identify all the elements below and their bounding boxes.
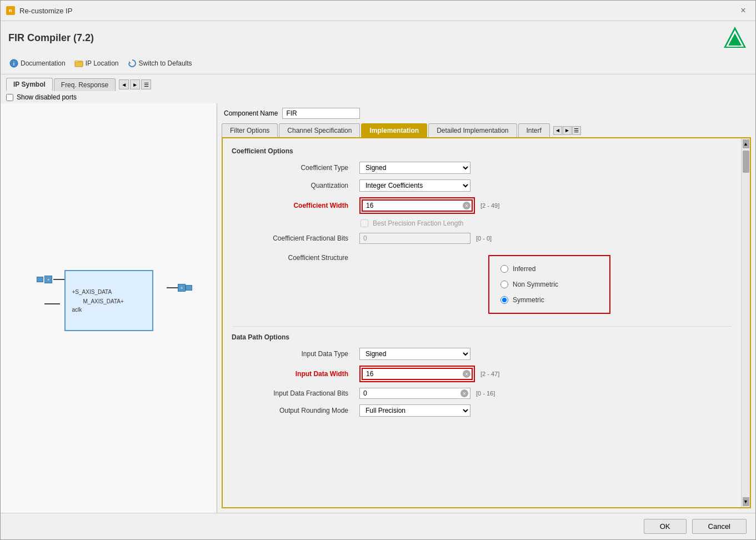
inner-tab-list[interactable]: ☰	[572, 126, 581, 135]
documentation-icon: i	[9, 59, 18, 68]
svg-text:i: i	[13, 61, 15, 67]
tab-channel-specification[interactable]: Channel Specification	[279, 123, 360, 137]
inner-tab-nav: ◄ ► ☰	[553, 126, 581, 135]
radio-symmetric: Symmetric	[500, 296, 598, 304]
xilinx-logo	[723, 26, 748, 51]
coeff-frac-row: Coefficient Fractional Bits [0 - 0]	[232, 233, 732, 244]
svg-text:+: +	[47, 277, 49, 282]
quantization-label: Quantization	[232, 182, 354, 189]
left-panel: + +S_AXIS_DATA	[1, 103, 217, 513]
input-data-width-row: Input Data Width × [2 - 47]	[232, 366, 732, 382]
input-data-type-label: Input Data Type	[232, 350, 354, 358]
data-path-title: Data Path Options	[232, 333, 732, 341]
radio-inferred-input[interactable]	[500, 265, 508, 273]
left-tabs-row: IP Symbol Freq. Response ◄ ► ☰	[1, 74, 755, 91]
inner-tabs: Filter Options Channel Specification Imp…	[222, 123, 751, 138]
switch-defaults-button[interactable]: Switch to Defaults	[124, 57, 196, 69]
input-data-width-clear-btn[interactable]: ×	[463, 370, 470, 378]
coeff-width-input[interactable]	[362, 199, 473, 212]
coeff-frac-range: [0 - 0]	[476, 235, 492, 242]
ip-symbol-diagram: + +S_AXIS_DATA	[37, 270, 181, 337]
quantization-select[interactable]: Integer Coefficients Quantize Only	[359, 179, 470, 192]
input-frac-input[interactable]	[359, 388, 470, 399]
tab-filter-options[interactable]: Filter Options	[222, 123, 278, 137]
inner-tab-next[interactable]: ►	[563, 126, 572, 135]
tab-ip-symbol[interactable]: IP Symbol	[6, 78, 53, 91]
ip-location-button[interactable]: IP Location	[71, 57, 122, 69]
inner-tab-prev[interactable]: ◄	[553, 126, 562, 135]
tab-freq-response[interactable]: Freq. Response	[54, 78, 116, 91]
component-name-label: Component Name	[224, 109, 278, 117]
coeff-width-input-wrapper: ×	[362, 199, 473, 212]
ok-button[interactable]: OK	[644, 519, 687, 534]
radio-inferred-label: Inferred	[513, 265, 535, 273]
coeff-frac-label: Coefficient Fractional Bits	[232, 234, 354, 242]
coeff-structure-label: Coefficient Structure	[232, 254, 354, 262]
best-precision-checkbox[interactable]	[361, 219, 368, 227]
coeff-type-select[interactable]: Signed Unsigned	[359, 162, 470, 174]
tab-content-wrapper: Coefficient Options Coefficient Type Sig…	[222, 138, 751, 508]
svg-text:+: +	[180, 286, 183, 291]
coeff-width-label: Coefficient Width	[232, 202, 354, 209]
coeff-structure-box: Inferred Non Symmetric Symmetric	[488, 255, 610, 314]
right-panel: Component Name Filter Options Channel Sp…	[217, 103, 755, 513]
coeff-width-clear-btn[interactable]: ×	[463, 202, 470, 209]
footer: OK Cancel	[1, 513, 755, 539]
title-bar-left: R Re-customize IP	[6, 6, 72, 15]
input-data-width-wrapper: ×	[362, 368, 473, 380]
input-frac-label: Input Data Fractional Bits	[232, 389, 354, 397]
app-icon: R	[6, 6, 15, 15]
best-precision-label: Best Precision Fraction Length	[373, 219, 463, 227]
main-dialog: R Re-customize IP × FIR Compiler (7.2) i…	[0, 0, 756, 540]
input-data-width-range: [2 - 47]	[480, 371, 499, 377]
radio-non-symmetric: Non Symmetric	[500, 281, 598, 288]
input-data-type-select[interactable]: Signed Unsigned	[359, 348, 470, 360]
tab-implementation[interactable]: Implementation	[361, 123, 427, 137]
tab-list-button[interactable]: ☰	[141, 79, 151, 89]
title-bar: R Re-customize IP ×	[1, 1, 755, 21]
scrollbar[interactable]: ▲ ▼	[741, 138, 750, 507]
tab-nav: ◄ ► ☰	[119, 79, 151, 89]
input-frac-row: Input Data Fractional Bits × [0 - 16]	[232, 388, 732, 399]
input-data-type-row: Input Data Type Signed Unsigned	[232, 348, 732, 360]
radio-symmetric-input[interactable]	[500, 296, 508, 304]
component-name-row: Component Name	[222, 108, 751, 123]
cancel-button[interactable]: Cancel	[692, 519, 747, 534]
tab-prev-button[interactable]: ◄	[119, 79, 129, 89]
tab-interf[interactable]: Interf	[518, 123, 550, 137]
app-title-text: FIR Compiler (7.2)	[8, 32, 94, 44]
tab-content-inner: Coefficient Options Coefficient Type Sig…	[223, 138, 741, 507]
coeff-structure-section: Coefficient Structure Inferred Non Symme…	[232, 249, 732, 319]
output-rounding-label: Output Rounding Mode	[232, 407, 354, 414]
radio-non-symmetric-input[interactable]	[500, 281, 508, 288]
coeff-width-range: [2 - 49]	[480, 202, 499, 209]
section-divider	[232, 326, 732, 327]
window-title: Re-customize IP	[19, 7, 72, 15]
component-name-input[interactable]	[282, 108, 360, 119]
best-precision-row: Best Precision Fraction Length	[232, 219, 732, 227]
folder-icon	[74, 59, 83, 68]
coeff-type-label: Coefficient Type	[232, 164, 354, 172]
ip-block: +S_AXIS_DATA M_AXIS_DATA+ aclk	[64, 270, 153, 331]
aclk-label: aclk	[72, 307, 82, 313]
output-rounding-select[interactable]: Full Precision Truncate Non-Symmetric	[359, 404, 470, 417]
documentation-button[interactable]: i Documentation	[6, 57, 69, 69]
ip-location-label: IP Location	[86, 59, 119, 67]
radio-non-symmetric-label: Non Symmetric	[513, 281, 558, 288]
scroll-thumb[interactable]	[743, 151, 749, 173]
tab-detailed-implementation[interactable]: Detailed Implementation	[428, 123, 517, 137]
data-path-section: Data Path Options Input Data Type Signed…	[232, 333, 732, 417]
svg-marker-8	[129, 61, 131, 63]
input-data-width-input[interactable]	[362, 368, 473, 380]
s-axis-label: +S_AXIS_DATA	[72, 289, 112, 295]
show-disabled-checkbox[interactable]	[6, 94, 13, 101]
refresh-icon	[128, 59, 137, 68]
input-frac-wrapper: ×	[359, 388, 470, 399]
input-frac-clear-btn[interactable]: ×	[460, 389, 468, 397]
coeff-frac-input[interactable]	[359, 233, 470, 244]
tab-next-button[interactable]: ►	[130, 79, 140, 89]
m-axis-label: M_AXIS_DATA+	[72, 298, 124, 304]
close-button[interactable]: ×	[737, 4, 750, 17]
radio-inferred: Inferred	[500, 265, 598, 273]
svg-text:R: R	[9, 8, 12, 13]
